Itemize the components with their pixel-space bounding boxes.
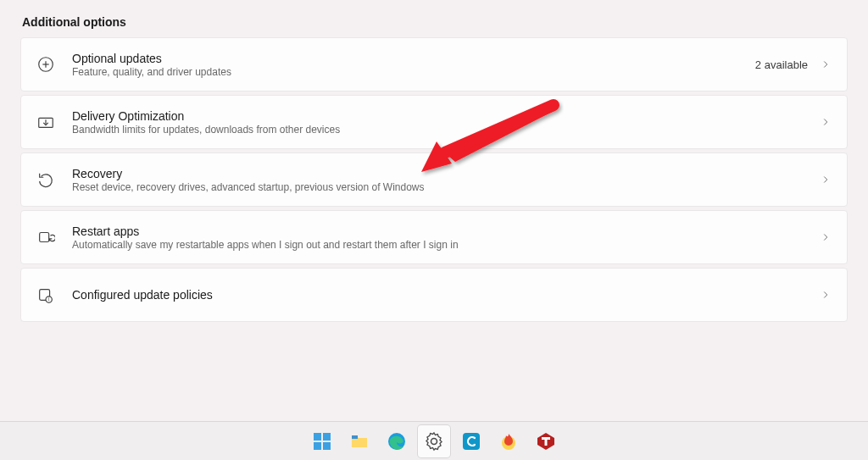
option-text: Recovery Reset device, recovery drives, … <box>72 167 820 193</box>
settings-gear-icon <box>424 431 444 452</box>
chevron-right-icon <box>820 289 832 301</box>
option-configured-policies[interactable]: i Configured update policies <box>20 268 848 322</box>
option-optional-updates[interactable]: Optional updates Feature, quality, and d… <box>20 37 848 91</box>
svg-rect-13 <box>323 433 331 441</box>
option-right <box>820 289 832 301</box>
option-right <box>820 231 832 243</box>
restart-apps-icon <box>36 228 55 247</box>
option-title: Configured update policies <box>72 288 820 302</box>
windows-start-icon <box>312 431 332 452</box>
taskbar-start[interactable] <box>306 425 338 457</box>
option-text: Delivery Optimization Bandwidth limits f… <box>72 109 820 136</box>
option-subtitle: Bandwidth limits for updates, downloads … <box>72 124 820 136</box>
option-restart-apps[interactable]: Restart apps Automatically save my resta… <box>20 210 848 264</box>
taskbar <box>0 421 868 460</box>
policy-icon: i <box>36 285 55 304</box>
taskbar-file-explorer[interactable] <box>343 425 376 457</box>
taskbar-app-fire[interactable] <box>492 425 525 457</box>
option-title: Recovery <box>72 167 820 180</box>
section-title: Additional options <box>20 15 848 29</box>
taskbar-edge[interactable] <box>381 425 413 457</box>
svg-rect-19 <box>463 433 480 450</box>
svg-rect-16 <box>352 435 358 439</box>
taskbar-settings[interactable] <box>418 425 450 457</box>
option-right <box>820 116 832 128</box>
file-explorer-icon <box>349 431 370 452</box>
option-subtitle: Reset device, recovery drives, advanced … <box>72 181 820 193</box>
option-right: 2 available <box>755 58 832 71</box>
svg-rect-15 <box>323 442 331 450</box>
svg-rect-23 <box>545 437 548 446</box>
option-text: Optional updates Feature, quality, and d… <box>72 52 755 78</box>
option-delivery-optimization[interactable]: Delivery Optimization Bandwidth limits f… <box>20 95 848 149</box>
chevron-right-icon <box>820 174 832 186</box>
taskbar-app-c[interactable] <box>455 425 487 457</box>
option-title: Delivery Optimization <box>72 109 820 123</box>
option-right <box>820 174 832 186</box>
option-title: Optional updates <box>72 52 755 65</box>
option-status: 2 available <box>755 58 808 71</box>
c-app-icon <box>461 431 481 452</box>
svg-point-18 <box>431 438 437 444</box>
chevron-right-icon <box>820 58 832 70</box>
download-box-icon <box>36 113 55 131</box>
chevron-right-icon <box>820 231 832 243</box>
chevron-right-icon <box>820 116 832 128</box>
fire-app-icon <box>498 431 519 452</box>
svg-rect-12 <box>314 433 321 441</box>
recovery-icon <box>36 170 55 189</box>
option-text: Restart apps Automatically save my resta… <box>72 224 820 251</box>
option-recovery[interactable]: Recovery Reset device, recovery drives, … <box>20 152 848 207</box>
t-app-icon <box>536 431 556 452</box>
taskbar-app-t[interactable] <box>530 425 562 457</box>
option-text: Configured update policies <box>72 288 820 302</box>
svg-rect-5 <box>40 233 49 242</box>
plus-circle-icon <box>36 55 55 74</box>
option-title: Restart apps <box>72 224 820 238</box>
option-subtitle: Automatically save my restartable apps w… <box>72 239 820 251</box>
edge-icon <box>387 431 407 452</box>
option-subtitle: Feature, quality, and driver updates <box>72 66 755 78</box>
options-list: Optional updates Feature, quality, and d… <box>20 37 848 322</box>
svg-rect-14 <box>314 442 321 450</box>
